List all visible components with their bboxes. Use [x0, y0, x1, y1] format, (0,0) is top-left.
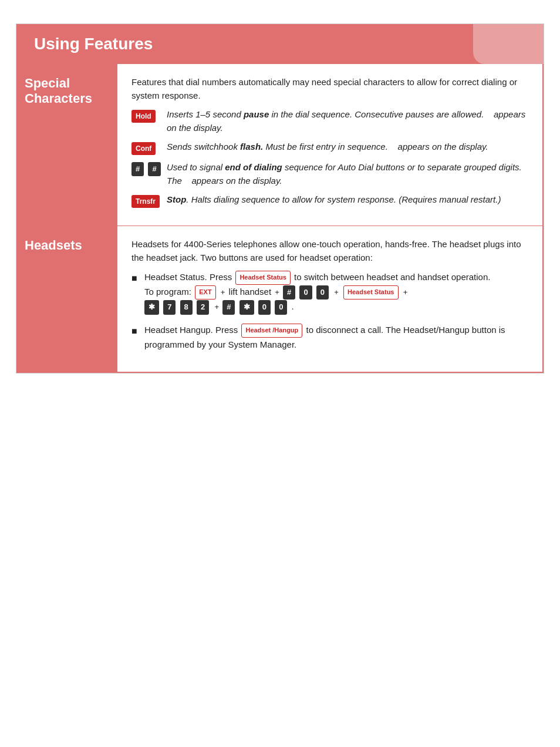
headset-status-label: Headset Status. Press	[144, 272, 234, 282]
star-key-2: ✱	[239, 300, 254, 315]
conf-text: Sends switchhook flash. Must be first en…	[167, 140, 528, 154]
hold-badge-wrapper: Hold	[131, 108, 167, 123]
plus-4: +	[403, 288, 408, 297]
period-end: .	[292, 301, 294, 311]
headsets-label: Headsets	[18, 226, 117, 372]
lift-handset-text: lift handset	[229, 287, 274, 297]
program-prefix: To program:	[144, 287, 194, 297]
headset-status-key: Headset Status	[235, 271, 290, 285]
hash-key-prog: #	[222, 300, 235, 315]
trnsfr-badge-wrapper: Trnsfr	[131, 193, 167, 208]
headset-hangup-text: Headset Hangup. Press Headset /Hangup to…	[144, 323, 528, 352]
headset-status-desc: to switch between headset and handset op…	[294, 272, 490, 282]
plus-3: +	[334, 288, 339, 297]
headsets-intro: Headsets for 4400-Series telephones allo…	[131, 238, 528, 264]
conf-key: Conf	[131, 142, 156, 155]
content-area: SpecialCharacters Features that dial num…	[16, 64, 544, 373]
header-tab-decoration	[473, 24, 544, 64]
special-char-conf: Conf Sends switchhook flash. Must be fir…	[131, 140, 528, 155]
zero-key-4: 0	[275, 300, 287, 315]
hash-key-1: #	[131, 162, 144, 176]
headset-hangup-key: Headset /Hangup	[241, 324, 302, 338]
plus-5: +	[214, 302, 219, 311]
plus-1: +	[221, 288, 225, 297]
seven-key: 7	[163, 300, 176, 315]
special-characters-label: SpecialCharacters	[18, 64, 117, 226]
special-characters-intro: Features that dial numbers automatically…	[131, 76, 528, 102]
two-key: 2	[197, 300, 209, 315]
star-key-1: ✱	[144, 300, 159, 315]
special-char-trnsfr: Trnsfr Stop. Halts dialing sequence to a…	[131, 193, 528, 208]
special-char-hash: # # Used to signal end of dialing sequen…	[131, 161, 528, 187]
trnsfr-text: Stop. Halts dialing sequence to allow fo…	[167, 193, 528, 207]
special-characters-section: SpecialCharacters Features that dial num…	[18, 64, 542, 226]
ext-key: EXT	[195, 285, 215, 300]
headsets-content: Headsets for 4400-Series telephones allo…	[117, 226, 542, 372]
bullet-icon-2: ■	[131, 324, 144, 338]
hash-text: Used to signal end of dialing sequence f…	[167, 161, 528, 187]
page-title: Using Features	[34, 35, 153, 53]
headset-hangup-bullet: ■ Headset Hangup. Press Headset /Hangup …	[131, 323, 528, 352]
hash-prog-key: #	[283, 285, 295, 300]
trnsfr-key: Trnsfr	[131, 195, 160, 208]
special-characters-content: Features that dial numbers automatically…	[117, 64, 542, 226]
headset-status-bullet: ■ Headset Status. Press Headset Status t…	[131, 270, 528, 315]
zero-key-3: 0	[258, 300, 271, 315]
hold-key: Hold	[131, 110, 156, 123]
bullet-icon-1: ■	[131, 271, 144, 285]
headsets-section: Headsets Headsets for 4400-Series teleph…	[18, 226, 542, 372]
headset-hangup-label: Headset Hangup. Press	[144, 325, 240, 335]
page-header: Using Features	[16, 24, 544, 64]
zero-prog-key-2: 0	[316, 285, 329, 300]
plus-2: +	[275, 288, 279, 297]
conf-badge-wrapper: Conf	[131, 140, 167, 155]
page: Using Features SpecialCharacters Feature…	[16, 23, 544, 374]
hold-text: Inserts 1–5 second pause in the dial seq…	[167, 108, 528, 134]
headset-status-text: Headset Status. Press Headset Status to …	[144, 270, 528, 315]
hash-key-2: #	[148, 162, 160, 176]
zero-prog-key-1: 0	[299, 285, 312, 300]
headset-status-key-2: Headset Status	[343, 285, 398, 300]
hash-badge-wrapper: # #	[131, 161, 167, 176]
special-char-hold: Hold Inserts 1–5 second pause in the dia…	[131, 108, 528, 134]
eight-key: 8	[180, 300, 193, 315]
